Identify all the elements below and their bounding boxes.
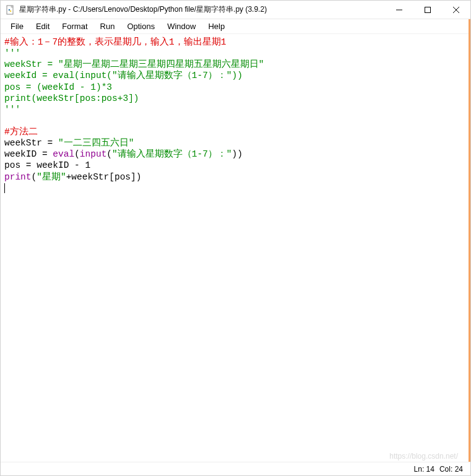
menu-run[interactable]: Run xyxy=(94,20,121,33)
minimize-button[interactable] xyxy=(385,1,413,19)
right-edge-marker xyxy=(469,19,470,462)
svg-rect-4 xyxy=(425,7,431,12)
titlebar: 星期字符串.py - C:/Users/Lenovo/Desktop/Pytho… xyxy=(1,1,470,19)
menubar: File Edit Format Run Options Window Help xyxy=(1,19,470,34)
col-label: Col: xyxy=(439,465,455,474)
statusbar: Ln: 14 Col: 24 xyxy=(1,462,470,475)
window-controls xyxy=(385,1,470,19)
col-value: 24 xyxy=(455,465,463,474)
code-builtin: eval xyxy=(53,149,74,159)
svg-point-2 xyxy=(10,10,12,12)
code-string: "一二三四五六日" xyxy=(58,138,134,148)
code-text: ( xyxy=(74,149,80,159)
text-cursor xyxy=(4,183,5,193)
code-text: ( xyxy=(106,149,112,159)
code-builtin: print xyxy=(4,172,32,182)
menu-help[interactable]: Help xyxy=(202,20,231,33)
code-comment: #方法二 xyxy=(4,127,38,137)
code-builtin: input xyxy=(80,149,107,159)
code-editor[interactable]: #输入：1－7的整数，表示星期几，输入1，输出星期1 ''' weekStr =… xyxy=(1,34,470,462)
code-line: print(weekStr[pos:pos+3]) xyxy=(4,93,139,103)
code-line: weekId = eval(input("请输入星期数字（1-7）：")) xyxy=(4,71,243,80)
code-text: ( xyxy=(32,172,37,182)
code-line: weekStr = "星期一星期二星期三星期四星期五星期六星期日" xyxy=(4,59,264,69)
code-text: +weekStr[pos]) xyxy=(66,172,142,182)
code-string: "星期" xyxy=(37,172,66,182)
menu-format[interactable]: Format xyxy=(56,20,93,33)
menu-options[interactable]: Options xyxy=(121,20,161,33)
ln-label: Ln: xyxy=(414,465,426,474)
close-button[interactable] xyxy=(442,1,470,19)
menu-file[interactable]: File xyxy=(4,20,30,33)
code-docstring: ''' xyxy=(4,48,20,58)
code-line: pos = (weekId - 1)*3 xyxy=(4,82,112,92)
status-col: Col: 24 xyxy=(439,465,463,474)
code-text: pos = weekID - 1 xyxy=(4,160,90,170)
code-text: weekID = xyxy=(4,149,53,159)
menu-window[interactable]: Window xyxy=(161,20,202,33)
code-text: )) xyxy=(232,149,243,159)
menu-edit[interactable]: Edit xyxy=(30,20,56,33)
code-text: weekStr = xyxy=(4,138,58,148)
code-comment: #输入：1－7的整数，表示星期几，输入1，输出星期1 xyxy=(4,37,227,47)
code-docstring: ''' xyxy=(4,105,20,115)
ln-value: 14 xyxy=(426,465,434,474)
svg-point-1 xyxy=(9,9,11,11)
window-title: 星期字符串.py - C:/Users/Lenovo/Desktop/Pytho… xyxy=(19,4,385,15)
status-line: Ln: 14 xyxy=(414,465,434,474)
python-file-icon xyxy=(6,5,15,15)
code-string: "请输入星期数字（1-7）：" xyxy=(112,149,232,159)
maximize-button[interactable] xyxy=(413,1,442,19)
